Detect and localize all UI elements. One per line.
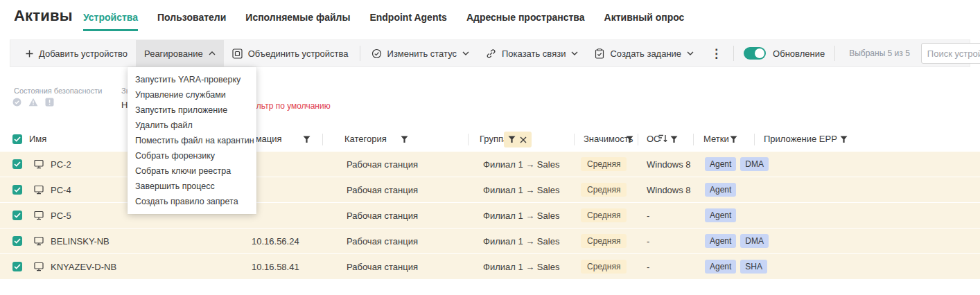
- chevron-up-icon: [209, 51, 216, 55]
- tag-badge: Agent: [705, 234, 736, 248]
- response-button[interactable]: Реагирование: [136, 40, 224, 66]
- device-group: Филиал 1 → Sales: [483, 262, 559, 272]
- device-name[interactable]: PC-4: [51, 185, 71, 195]
- tab-users[interactable]: Пользователи: [157, 12, 226, 31]
- add-device-label: Добавить устройство: [39, 48, 128, 59]
- create-task-label: Создать задание: [610, 48, 681, 59]
- create-task-button[interactable]: Создать задание: [586, 40, 702, 66]
- device-tags: Agent: [705, 208, 736, 222]
- col-epp[interactable]: Приложение EPP: [764, 134, 837, 144]
- response-menu-item[interactable]: Поместить файл на карантин: [128, 133, 256, 148]
- merge-devices-button[interactable]: Объединить устройства: [224, 40, 357, 66]
- row-checkbox[interactable]: [12, 159, 22, 169]
- security-states-label: Состояния безопасности: [14, 87, 102, 95]
- add-device-button[interactable]: Добавить устройство: [17, 40, 136, 66]
- clipboard-check-icon: [595, 48, 604, 59]
- device-name[interactable]: PC-2: [51, 159, 71, 170]
- sort-descending-icon[interactable]: [658, 134, 667, 145]
- critical-status-icon[interactable]: [45, 98, 54, 107]
- toolbar-divider: [360, 46, 360, 61]
- security-state-filters: [12, 98, 54, 107]
- importance-badge: Средняя: [581, 208, 627, 222]
- row-checkbox[interactable]: [12, 236, 22, 246]
- filter-funnel-icon[interactable]: [508, 135, 516, 145]
- tag-badge: SHA: [740, 260, 767, 274]
- device-category: Рабочая станция: [347, 211, 418, 221]
- filter-funnel-icon[interactable]: [303, 135, 310, 145]
- tab-devices[interactable]: Устройства: [83, 12, 138, 31]
- more-actions-kebab-icon[interactable]: ⋮: [702, 46, 730, 61]
- tag-badge: Agent: [705, 208, 736, 222]
- refresh-toggle[interactable]: [744, 47, 766, 60]
- response-menu-item[interactable]: Создать правило запрета: [128, 194, 256, 209]
- clear-filter-x-icon[interactable]: [520, 135, 527, 145]
- select-all-checkbox[interactable]: [12, 134, 22, 144]
- chevron-down-icon: [462, 51, 469, 55]
- row-checkbox[interactable]: [12, 211, 22, 220]
- importance-badge: Средняя: [581, 260, 627, 274]
- device-category: Рабочая станция: [347, 236, 418, 247]
- link-icon: [486, 48, 496, 59]
- filter-funnel-icon[interactable]: [730, 135, 737, 145]
- assets-page: Активы УстройстваПользователиИсполняемые…: [0, 0, 980, 295]
- importance-filter-value: Н: [121, 100, 128, 110]
- tab-address-spaces[interactable]: Адресные пространства: [466, 12, 585, 31]
- device-os: Windows 8: [647, 159, 691, 170]
- tab-endpoint-agents[interactable]: Endpoint Agents: [369, 12, 446, 31]
- show-links-button[interactable]: Показать связи: [478, 40, 586, 66]
- plus-icon: [26, 50, 33, 57]
- device-os: -: [647, 211, 649, 221]
- toolbar: Добавить устройство Реагирование Объедин…: [10, 39, 970, 67]
- device-category: Рабочая станция: [347, 159, 418, 170]
- row-checkbox[interactable]: [12, 185, 22, 195]
- response-menu-item[interactable]: Удалить файл: [128, 118, 256, 133]
- merge-devices-label: Объединить устройства: [248, 48, 349, 59]
- response-menu-item[interactable]: Завершить процесс: [128, 179, 256, 194]
- response-menu-item[interactable]: Собрать форензику: [128, 148, 256, 163]
- filter-funnel-icon[interactable]: [840, 135, 848, 145]
- device-tags: AgentDMA: [705, 234, 769, 248]
- col-tags[interactable]: Метки: [703, 134, 729, 144]
- device-info: 10.16.58.41: [252, 262, 299, 272]
- filter-funnel-icon[interactable]: [626, 135, 633, 145]
- merge-devices-icon: [232, 48, 243, 59]
- default-filter-link[interactable]: Фильтр по умолчанию: [245, 101, 331, 111]
- device-group: Филиал 1 → Sales: [483, 159, 559, 170]
- chevron-down-icon: [687, 51, 694, 55]
- col-name[interactable]: Имя: [29, 134, 46, 144]
- status-circle-check-icon: [371, 48, 382, 59]
- device-name[interactable]: BELINSKY-NB: [51, 236, 110, 247]
- tag-badge: Agent: [705, 260, 736, 274]
- workstation-icon: [34, 185, 44, 195]
- warning-status-icon[interactable]: [28, 98, 38, 107]
- device-name[interactable]: PC-5: [51, 211, 71, 221]
- toolbar-divider: [733, 46, 734, 61]
- device-tags: AgentSHA: [705, 260, 767, 274]
- row-checkbox[interactable]: [12, 262, 22, 271]
- tag-badge: DMA: [740, 157, 769, 171]
- importance-badge: Средняя: [581, 183, 627, 197]
- change-status-label: Изменить статус: [387, 48, 457, 59]
- tabs: УстройстваПользователиИсполняемые файлыE…: [83, 12, 684, 31]
- device-name[interactable]: KNYAZEV-D-NB: [51, 262, 116, 272]
- tab-executables[interactable]: Исполняемые файлы: [245, 12, 350, 31]
- filter-funnel-icon[interactable]: [670, 135, 678, 145]
- tab-active-polling[interactable]: Активный опрос: [604, 12, 685, 31]
- device-category: Рабочая станция: [347, 185, 418, 195]
- device-tags: AgentDMA: [705, 157, 769, 171]
- toggle-knob: [755, 48, 764, 58]
- workstation-icon: [34, 211, 44, 220]
- device-group: Филиал 1 → Sales: [483, 185, 559, 195]
- workstation-icon: [34, 159, 44, 169]
- device-os: -: [647, 262, 649, 272]
- filter-funnel-icon[interactable]: [401, 135, 408, 145]
- change-status-button[interactable]: Изменить статус: [363, 40, 478, 66]
- ok-status-icon[interactable]: [12, 98, 21, 107]
- response-menu-item[interactable]: Запустить приложение: [128, 102, 256, 118]
- response-menu-item[interactable]: Управление службами: [128, 87, 256, 102]
- tag-badge: DMA: [740, 234, 769, 248]
- search-input[interactable]: [927, 48, 980, 59]
- response-menu-item[interactable]: Запустить YARA-проверку: [128, 72, 256, 87]
- col-category[interactable]: Категория: [344, 134, 387, 144]
- response-menu-item[interactable]: Собрать ключи реестра: [128, 163, 256, 179]
